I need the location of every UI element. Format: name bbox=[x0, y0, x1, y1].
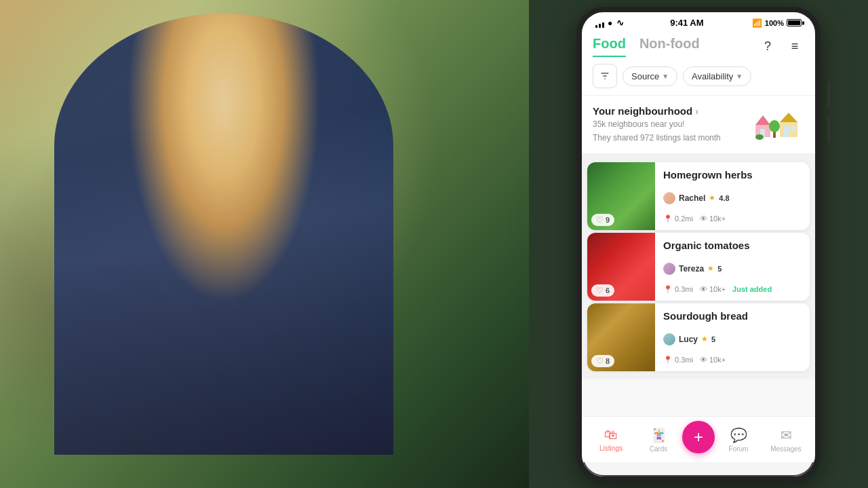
battery-level: 100% bbox=[765, 19, 784, 27]
listing-info-1: Homegrown herbs Rachel ★ 4.8 📍 0.2mi bbox=[655, 162, 810, 230]
heart-count-2: 6 bbox=[606, 286, 610, 295]
just-added-badge: Just added bbox=[732, 285, 772, 293]
add-listing-button[interactable]: + bbox=[682, 421, 715, 453]
tab-food[interactable]: Food bbox=[593, 36, 626, 57]
heart-button-1[interactable]: ♡ 9 bbox=[591, 214, 614, 226]
location-icon-3: 📍 bbox=[663, 356, 673, 364]
rating-3: 5 bbox=[711, 335, 715, 343]
nav-messages[interactable]: ✉ Messages bbox=[762, 427, 810, 453]
phone-container: ● ∿ 9:41 AM 📶 100% Food Non-food ? bbox=[563, 0, 827, 488]
bottom-nav: 🛍 Listings 🃏 Cards + 💬 Forum ✉ Messages bbox=[582, 416, 815, 462]
nav-listings[interactable]: 🛍 Listings bbox=[587, 427, 635, 452]
listing-meta-2: 📍 0.3mi 👁 10k+ Just added bbox=[663, 285, 802, 294]
menu-button[interactable]: ≡ bbox=[785, 37, 804, 56]
phone-frame: ● ∿ 9:41 AM 📶 100% Food Non-food ? bbox=[576, 7, 821, 482]
svg-marker-9 bbox=[780, 113, 797, 122]
neighbourhood-banner[interactable]: Your neighbourhood › 35k neighbours near… bbox=[582, 96, 815, 154]
user-name-2: Tereza bbox=[679, 264, 704, 274]
availability-filter[interactable]: Availability ▼ bbox=[683, 67, 751, 86]
distance-3: 📍 0.3mi bbox=[663, 356, 693, 364]
heart-count-1: 9 bbox=[606, 216, 610, 224]
listing-image-tomatoes: ♡ 6 bbox=[587, 233, 655, 301]
availability-chevron: ▼ bbox=[736, 73, 743, 80]
rating-1: 4.8 bbox=[719, 194, 729, 202]
svg-rect-11 bbox=[791, 126, 795, 132]
heart-button-3[interactable]: ♡ 8 bbox=[591, 355, 614, 367]
cards-icon: 🃏 bbox=[650, 427, 667, 443]
main-tabs: Food Non-food bbox=[593, 36, 700, 57]
status-time: 9:41 AM bbox=[670, 18, 703, 28]
user-avatar-3 bbox=[663, 333, 675, 345]
nav-forum[interactable]: 💬 Forum bbox=[715, 427, 762, 453]
source-label: Source bbox=[631, 71, 659, 81]
tab-nonfood[interactable]: Non-food bbox=[639, 36, 700, 57]
distance-1: 📍 0.2mi bbox=[663, 214, 693, 223]
listing-info-2: Organic tomatoes Tereza ★ 5 📍 0.3mi bbox=[655, 233, 810, 301]
distance-2: 📍 0.3mi bbox=[663, 285, 693, 294]
neighbourhood-svg bbox=[750, 106, 804, 143]
heart-button-2[interactable]: ♡ 6 bbox=[591, 284, 614, 297]
listing-card[interactable]: ♡ 8 Sourdough bread Lucy ★ 5 bbox=[587, 303, 810, 371]
chevron-right-icon: › bbox=[695, 106, 698, 117]
volume-up-button[interactable] bbox=[827, 81, 830, 109]
listing-meta-3: 📍 0.3mi 👁 10k+ bbox=[663, 356, 802, 364]
messages-icon: ✉ bbox=[781, 427, 792, 443]
heart-icon: ♡ bbox=[596, 286, 604, 295]
views-1: 👁 10k+ bbox=[700, 214, 726, 223]
nav-messages-label: Messages bbox=[770, 445, 802, 453]
status-bar: ● ∿ 9:41 AM 📶 100% bbox=[582, 12, 815, 31]
nav-listings-label: Listings bbox=[599, 445, 623, 452]
heart-icon: ♡ bbox=[596, 215, 604, 225]
person-image bbox=[54, 14, 393, 455]
plus-icon: + bbox=[694, 428, 703, 447]
svg-rect-10 bbox=[784, 126, 789, 137]
filters-row: Source ▼ Availability ▼ bbox=[582, 57, 815, 96]
user-name-3: Lucy bbox=[679, 335, 698, 344]
source-filter[interactable]: Source ▼ bbox=[623, 67, 677, 86]
listing-meta-1: 📍 0.2mi 👁 10k+ bbox=[663, 214, 802, 223]
forum-icon: 💬 bbox=[730, 427, 747, 443]
neighbourhood-illustration bbox=[750, 106, 804, 143]
filter-icon-button[interactable] bbox=[593, 64, 617, 88]
svg-marker-4 bbox=[755, 115, 770, 125]
listing-card[interactable]: ♡ 9 Homegrown herbs Rachel ★ 4.8 bbox=[587, 162, 810, 230]
volume-down-button[interactable] bbox=[827, 115, 830, 143]
availability-label: Availability bbox=[692, 71, 733, 81]
listing-user-2: Tereza ★ 5 bbox=[663, 263, 802, 275]
neighbourhood-stats1: 35k neighbours near you! bbox=[593, 119, 721, 130]
neighbourhood-stats2: They shared 972 listings last month bbox=[593, 132, 721, 144]
user-name-1: Rachel bbox=[679, 193, 705, 203]
listing-title-2: Organic tomatoes bbox=[663, 240, 802, 251]
nav-cards-label: Cards bbox=[650, 445, 668, 453]
eye-icon-3: 👁 bbox=[700, 356, 707, 364]
location-icon-1: 📍 bbox=[663, 214, 673, 223]
header-actions: ? ≡ bbox=[758, 37, 804, 56]
bluetooth-icon: 📶 bbox=[750, 18, 762, 28]
location-icon-2: 📍 bbox=[663, 285, 673, 294]
user-avatar-2 bbox=[663, 263, 675, 275]
source-chevron: ▼ bbox=[662, 73, 669, 80]
views-3: 👁 10k+ bbox=[700, 356, 726, 364]
listing-title-3: Sourdough bread bbox=[663, 310, 802, 322]
wifi-icon: ∿ bbox=[616, 18, 624, 28]
help-button[interactable]: ? bbox=[758, 37, 777, 56]
listing-user-1: Rachel ★ 4.8 bbox=[663, 192, 802, 204]
listing-card[interactable]: ♡ 6 Organic tomatoes Tereza ★ 5 bbox=[587, 233, 810, 301]
star-icon-1: ★ bbox=[709, 193, 715, 202]
listing-image-herbs: ♡ 9 bbox=[587, 162, 655, 230]
listing-image-bread: ♡ 8 bbox=[587, 303, 655, 371]
views-2: 👁 10k+ bbox=[700, 285, 726, 293]
svg-point-12 bbox=[755, 134, 764, 140]
app-header: Food Non-food ? ≡ bbox=[582, 31, 815, 57]
heart-icon: ♡ bbox=[596, 356, 604, 366]
listings-container: ♡ 9 Homegrown herbs Rachel ★ 4.8 bbox=[582, 154, 815, 379]
neighbourhood-title: Your neighbourhood › bbox=[593, 105, 721, 117]
battery-icon bbox=[787, 19, 802, 26]
svg-point-7 bbox=[769, 120, 780, 132]
heart-count-3: 8 bbox=[606, 357, 610, 365]
nav-cards[interactable]: 🃏 Cards bbox=[635, 427, 682, 453]
star-icon-2: ★ bbox=[707, 264, 714, 273]
rating-2: 5 bbox=[717, 265, 722, 273]
star-icon-3: ★ bbox=[701, 335, 708, 343]
status-icons: 📶 100% bbox=[750, 18, 802, 28]
